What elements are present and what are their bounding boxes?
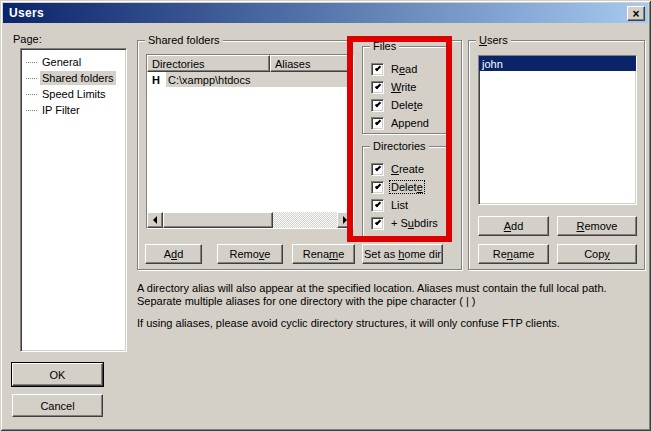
close-button[interactable]: × xyxy=(627,6,645,21)
scroll-left-button[interactable] xyxy=(147,212,163,228)
page-label: Page: xyxy=(13,33,42,45)
checkbox-read[interactable]: Read xyxy=(371,60,443,78)
checkbox-list[interactable]: List xyxy=(371,196,443,214)
directory-path: C:\xampp\htdocs xyxy=(166,72,353,87)
users-group-label: Users xyxy=(476,34,511,47)
home-flag: H xyxy=(152,72,160,87)
checkbox-box[interactable] xyxy=(371,217,384,230)
checkbox-label: + Subdirs xyxy=(389,216,440,230)
check-icon xyxy=(374,82,380,88)
column-header-label: Aliases xyxy=(275,58,310,70)
column-header-aliases[interactable]: Aliases xyxy=(270,55,353,72)
checkbox-label: Append xyxy=(389,116,431,130)
page-item-general[interactable]: General xyxy=(21,54,126,70)
horizontal-scrollbar[interactable] xyxy=(147,212,353,228)
files-permissions-group: Files Read Write Delete Append xyxy=(362,46,448,134)
rename-directory-button[interactable]: Rename xyxy=(292,244,355,264)
users-group: Users john Add Remove Rename Copy xyxy=(468,40,645,270)
checkbox-box[interactable] xyxy=(371,63,384,76)
listview-header: Directories Aliases xyxy=(147,55,353,72)
rename-user-button[interactable]: Rename xyxy=(478,244,549,264)
users-list[interactable]: john xyxy=(478,55,637,205)
scrollbar-track[interactable] xyxy=(163,212,337,228)
column-header-directories[interactable]: Directories xyxy=(147,55,270,72)
files-group-label: Files xyxy=(370,40,399,53)
files-checkbox-list: Read Write Delete Append xyxy=(371,60,443,132)
directories-checkbox-list: Create Delete List + Subdirs xyxy=(371,160,443,232)
remove-user-button[interactable]: Remove xyxy=(557,216,637,236)
checkbox-label: Read xyxy=(389,62,419,76)
add-directory-button[interactable]: Add xyxy=(145,244,202,264)
checkbox-delete-directories[interactable]: Delete xyxy=(371,178,443,196)
tree-branch-icon xyxy=(26,78,37,79)
set-as-home-dir-button[interactable]: Set as home dir xyxy=(362,244,443,264)
check-icon xyxy=(374,200,380,206)
check-icon xyxy=(374,164,380,170)
page-item-label: Shared folders xyxy=(40,71,116,85)
title-bar[interactable]: Users xyxy=(3,3,648,23)
checkbox-box[interactable] xyxy=(371,99,384,112)
listview-body: H C:\xampp\htdocs xyxy=(147,72,353,212)
checkbox-delete-files[interactable]: Delete xyxy=(371,96,443,114)
checkbox-write[interactable]: Write xyxy=(371,78,443,96)
remove-directory-button[interactable]: Remove xyxy=(217,244,283,264)
check-icon xyxy=(374,64,380,70)
checkbox-box[interactable] xyxy=(371,81,384,94)
shared-folders-group-label: Shared folders xyxy=(145,34,223,47)
page-item-label: Speed Limits xyxy=(40,87,108,101)
alias-help-paragraph-2: If using aliases, please avoid cyclic di… xyxy=(137,317,635,330)
cancel-button[interactable]: Cancel xyxy=(12,394,103,417)
checkbox-box[interactable] xyxy=(371,199,384,212)
directories-listview[interactable]: Directories Aliases H C:\xampp\htdocs xyxy=(146,54,354,229)
users-dialog: Users × Page: General Shared folders Spe… xyxy=(0,0,651,431)
user-row-john[interactable]: john xyxy=(479,56,636,71)
checkbox-label: Create xyxy=(389,162,426,176)
scroll-right-button[interactable] xyxy=(337,212,353,228)
copy-user-button[interactable]: Copy xyxy=(557,244,637,264)
scrollbar-thumb[interactable] xyxy=(163,212,273,228)
checkbox-label: Write xyxy=(389,80,418,94)
check-icon xyxy=(374,182,380,188)
tree-branch-icon xyxy=(26,110,37,111)
check-icon xyxy=(374,100,380,106)
checkbox-box[interactable] xyxy=(371,181,384,194)
add-user-button[interactable]: Add xyxy=(478,216,549,236)
checkbox-append[interactable]: Append xyxy=(371,114,443,132)
arrow-right-icon xyxy=(343,216,347,224)
ok-button[interactable]: OK xyxy=(12,363,103,386)
alias-help-text: A directory alias will also appear at th… xyxy=(137,282,635,330)
arrow-left-icon xyxy=(153,216,157,224)
window-title: Users xyxy=(9,6,44,20)
checkbox-label: Delete xyxy=(389,98,425,112)
directories-permissions-group: Directories Create Delete List + Subdirs xyxy=(362,146,448,238)
checkbox-label: Delete xyxy=(389,180,425,194)
column-header-label: Directories xyxy=(152,58,205,70)
tree-branch-icon xyxy=(26,94,37,95)
close-icon: × xyxy=(632,8,639,20)
checkbox-create[interactable]: Create xyxy=(371,160,443,178)
checkbox-subdirs[interactable]: + Subdirs xyxy=(371,214,443,232)
page-list[interactable]: General Shared folders Speed Limits IP F… xyxy=(20,48,127,352)
directory-row[interactable]: H C:\xampp\htdocs xyxy=(147,72,353,87)
page-item-speed-limits[interactable]: Speed Limits xyxy=(21,86,126,102)
tree-branch-icon xyxy=(26,62,37,63)
checkbox-box[interactable] xyxy=(371,117,384,130)
checkbox-box[interactable] xyxy=(371,163,384,176)
user-name: john xyxy=(482,58,503,70)
page-item-label: General xyxy=(40,55,83,69)
check-icon xyxy=(374,218,380,224)
page-item-ip-filter[interactable]: IP Filter xyxy=(21,102,126,118)
page-item-shared-folders[interactable]: Shared folders xyxy=(21,70,126,86)
checkbox-label: List xyxy=(389,198,410,212)
page-item-label: IP Filter xyxy=(40,103,82,117)
check-icon xyxy=(374,118,380,124)
directories-group-label: Directories xyxy=(370,140,429,153)
alias-help-paragraph-1: A directory alias will also appear at th… xyxy=(137,282,635,308)
